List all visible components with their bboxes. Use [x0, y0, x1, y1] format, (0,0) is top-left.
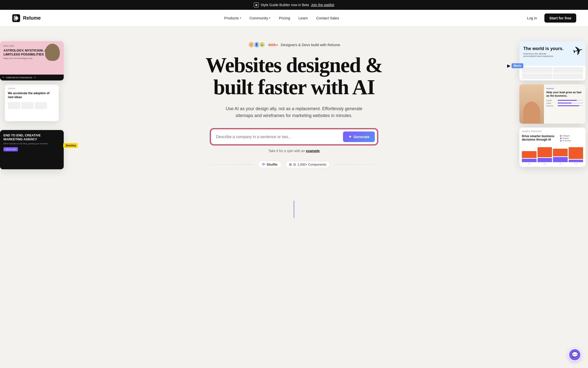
screenshot-analytics: analytics dashboard Drive smarter busine… [519, 128, 586, 167]
screenshot-refound: refound Help your lead grow as fast as t… [519, 84, 586, 124]
screenshot-airplane: ✈ The world is yours. Experience the ult… [519, 41, 586, 80]
chevron-down-icon: ▾ [240, 16, 241, 20]
shuffle-button[interactable]: ⟳ Shuffle [258, 161, 282, 168]
components-badge: ⊞ ⊟ 1,000+ Components [285, 161, 330, 168]
components-label: 1,000+ Components [297, 163, 326, 166]
social-proof-text: Designers & Devs build with Relume [281, 43, 340, 47]
screenshot-astrology: Eliza Getty ASTROLOGY, MYSTICISM, & LIMI… [0, 41, 64, 80]
bar-3-seg-2 [553, 157, 568, 162]
bar-col-2: Q2 [538, 147, 552, 164]
shuffle-icon: ⟳ [262, 162, 265, 166]
bar-3-seg-1 [553, 149, 568, 157]
bar-label-col-4: Q4 [575, 163, 577, 164]
announcement-bar: ⊞ Style Guide Builder now in Beta Join t… [0, 0, 588, 10]
nav-pricing[interactable]: Pricing [275, 14, 294, 22]
legend-dot-3 [560, 140, 562, 142]
sc3-cta: Book a call [3, 147, 18, 151]
bar-col-3: Q3 [553, 147, 568, 164]
sc2-card-1 [8, 102, 20, 109]
company-input[interactable] [216, 135, 343, 139]
bar-col-4: Q4 [569, 147, 583, 164]
scr1-text: The world is yours. Experience the ultim… [523, 46, 564, 57]
scr1-cell-2 [553, 67, 583, 73]
scr1-cell-1 [522, 67, 552, 73]
sc2-cards [8, 102, 56, 109]
scr2-tag: refound [546, 87, 583, 90]
scr1-title: The world is yours. [523, 46, 564, 52]
jessica-cursor: ▶ Jessica [59, 143, 78, 148]
sc1-bottom-star: ✦ [34, 77, 36, 79]
nav-learn[interactable]: Learn [295, 14, 311, 22]
jessica-cursor-label: Jessica [63, 143, 78, 148]
bar-label-2: Leads [546, 102, 556, 104]
sc3-sub: We're focused on one thing, growing your… [3, 143, 60, 145]
chat-icon: 💬 [572, 352, 578, 358]
scr2-person [519, 84, 544, 124]
start-free-button[interactable]: Start for free [544, 13, 576, 23]
legend-item-2: Shopper [560, 137, 571, 139]
example-link[interactable]: example [306, 149, 320, 153]
sc1-figure [45, 44, 60, 61]
bar-label-col-3: Q3 [559, 163, 561, 164]
scr2-title: Help your lead grow as fast as the busin… [546, 91, 583, 98]
hero-title-line2: built faster with AI [213, 75, 375, 99]
scr1-cell-3 [522, 74, 552, 79]
legend-item-3: AI decision [560, 140, 571, 142]
chevron-down-icon: ▾ [269, 16, 270, 20]
shuffle-bar: ⟳ Shuffle ⊞ ⊟ 1,000+ Components [185, 161, 403, 168]
generate-button[interactable]: ✦ Generate [343, 131, 375, 142]
bar-track-2 [558, 103, 583, 104]
bar-2-seg-2 [538, 158, 552, 162]
cursor-arrow-icon: ▶ [59, 143, 62, 148]
bar-label-col-2: Q2 [544, 163, 546, 164]
screenshot-unitnow: UnitNow We accelerate the adoption of ne… [5, 84, 59, 121]
screenshot-marketing: END TO END, CREATIVE MARKETING AGENCY We… [0, 130, 64, 169]
bar-4-seg-2 [569, 160, 583, 162]
nav-contact-sales[interactable]: Contact Sales [313, 14, 343, 22]
navbar: Relume Products ▾ Community ▾ Pricing Le… [0, 10, 588, 26]
bar-label-1: Growth [546, 100, 556, 101]
waitlist-link[interactable]: Join the waitlist [311, 3, 334, 7]
mario-cursor-label: Mario [512, 63, 523, 68]
right-screenshots: ▶ Mario ✈ The world is yours. Experience… [519, 41, 588, 167]
login-button[interactable]: Log in [523, 14, 541, 22]
scr1-sub: Experience the ultimate personalized tra… [523, 53, 555, 57]
beta-icon: ⊞ [254, 2, 259, 7]
legend-dot-2 [560, 138, 562, 139]
sc2-title: We accelerate the adoption of new ideas [8, 92, 56, 99]
bar-fill-3 [558, 105, 579, 106]
hero-section: Eliza Getty ASTROLOGY, MYSTICISM, & LIMI… [0, 26, 588, 218]
bar-track-1 [558, 100, 583, 101]
components-icon-2: ⊟ [293, 163, 296, 166]
scr2-bar-row-2: Leads [546, 102, 583, 104]
scr3-title: Drive smarter business decisions through… [522, 134, 561, 141]
social-proof: 😊 👤 😀 400k+ Designers & Devs build with … [248, 41, 340, 48]
legend-label-2: Shopper [563, 137, 569, 139]
sc1-bottom-label: THERE ARE NO COINCIDENCES [6, 77, 32, 79]
logo-icon [12, 14, 21, 23]
logo[interactable]: Relume [12, 14, 41, 23]
scr2-content: refound Help your lead grow as fast as t… [544, 84, 586, 124]
scr3-header: analytics dashboard [522, 130, 583, 132]
sc2-card-3 [35, 102, 47, 109]
svg-rect-1 [15, 17, 17, 19]
vertical-line [294, 201, 294, 218]
bar-fill-1 [558, 100, 577, 101]
airplane-icon: ✈ [571, 43, 585, 59]
hero-title-line1: Websites designed & [206, 53, 382, 77]
nav-community[interactable]: Community ▾ [246, 14, 274, 22]
scr2-person-head [523, 102, 540, 124]
example-text: Take it for a spin with an example [268, 149, 320, 153]
sparkle-icon: ✦ [348, 134, 352, 139]
chat-button[interactable]: 💬 [568, 348, 581, 361]
logo-text: Relume [23, 15, 41, 21]
nav-products[interactable]: Products ▾ [221, 14, 245, 22]
sc1-bottom: ✦ THERE ARE NO COINCIDENCES ✦ [0, 75, 64, 80]
scr2-bars: Growth Leads Revenue [546, 100, 583, 107]
scr1-bottom [519, 66, 586, 80]
hero-subtitle: Use AI as your design ally, not as a rep… [225, 105, 363, 119]
sc2-tag: UnitNow [8, 87, 56, 90]
legend-item-1: Intelligent [560, 135, 571, 137]
left-screenshots: Eliza Getty ASTROLOGY, MYSTICISM, & LIMI… [0, 41, 69, 169]
mario-cursor-arrow: ▶ [507, 64, 511, 68]
